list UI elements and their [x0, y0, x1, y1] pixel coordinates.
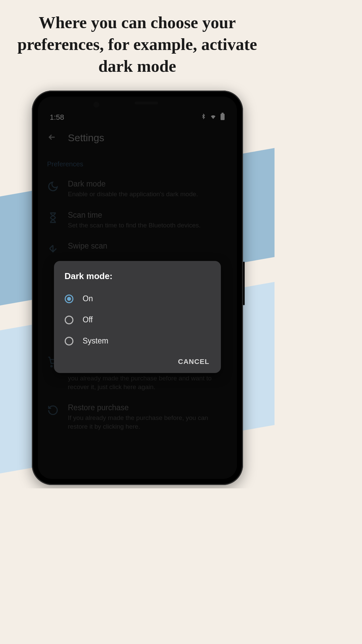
promo-headline: Where you can choose your preferences, f…: [0, 0, 275, 84]
phone-screen: 1:58 Settings Preferences: [38, 97, 237, 479]
radio-label: Off: [83, 315, 93, 324]
radio-option-system[interactable]: System: [54, 330, 221, 352]
radio-selected-icon: [65, 294, 73, 303]
cancel-button[interactable]: CANCEL: [178, 358, 209, 366]
radio-unselected-icon: [65, 316, 73, 324]
radio-unselected-icon: [65, 337, 73, 345]
dark-mode-dialog: Dark mode: On Off System CANCEL: [54, 261, 221, 373]
radio-option-on[interactable]: On: [54, 288, 221, 309]
radio-label: On: [83, 294, 93, 303]
phone-frame: 1:58 Settings Preferences: [32, 91, 243, 485]
dialog-title: Dark mode:: [54, 271, 221, 288]
radio-option-off[interactable]: Off: [54, 309, 221, 330]
radio-label: System: [83, 336, 109, 345]
phone-side-button: [243, 262, 245, 305]
